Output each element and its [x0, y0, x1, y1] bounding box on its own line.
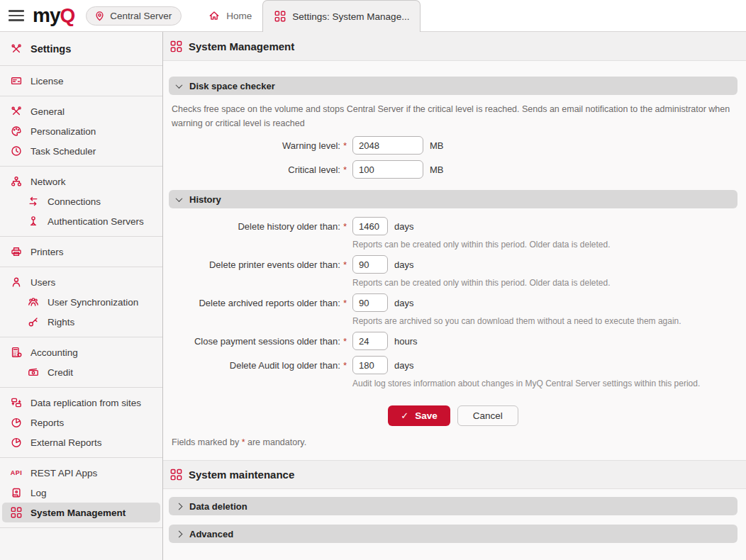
- section-title: History: [189, 194, 221, 205]
- delete-archived-reports-label: Delete archived reports older than:*: [169, 298, 347, 308]
- user-icon: [10, 276, 23, 288]
- sidebar-item-label: Credit: [48, 367, 73, 378]
- sidebar-item-authentication-servers[interactable]: Authentication Servers: [2, 211, 160, 231]
- sidebar-item-label: User Synchronization: [48, 297, 138, 308]
- logo-my: my: [33, 4, 60, 26]
- delete-printer-events-input[interactable]: [352, 255, 388, 274]
- sidebar-item-rest-api-apps[interactable]: API REST API Apps: [2, 463, 160, 483]
- delete-archived-reports-row: Delete archived reports older than:* day…: [169, 293, 737, 312]
- sidebar-title-label: Settings: [30, 43, 71, 55]
- grid-icon: [10, 507, 23, 518]
- required-asterisk: *: [343, 336, 347, 347]
- tab-settings-system-management[interactable]: Settings: System Manage...: [262, 0, 421, 32]
- sidebar-item-log[interactable]: Log: [2, 483, 160, 503]
- tools-icon: [10, 43, 23, 55]
- delete-history-help: Reports can be created only within this …: [352, 240, 737, 250]
- sidebar-divider: [0, 236, 162, 237]
- chevron-down-icon: [176, 195, 183, 202]
- grid-icon: [274, 11, 286, 22]
- sidebar-item-accounting[interactable]: Accounting: [2, 342, 160, 362]
- sidebar-item-label: Network: [30, 177, 66, 187]
- banknote-icon: [27, 366, 40, 378]
- sidebar-item-network[interactable]: Network: [2, 172, 160, 191]
- users-group-icon: [27, 296, 40, 308]
- delete-audit-log-label: Delete Audit log older than:*: [169, 360, 347, 371]
- sidebar-item-label: Data replication from sites: [30, 398, 141, 408]
- sidebar-divider: [0, 387, 162, 388]
- close-payment-sessions-row: Close payment sessions older than:* hour…: [169, 332, 737, 350]
- grid-icon: [169, 40, 182, 52]
- sidebar-item-user-synchronization[interactable]: User Synchronization: [2, 292, 160, 312]
- sidebar-divider: [0, 337, 162, 337]
- hamburger-menu-icon[interactable]: [9, 10, 24, 21]
- sidebar-item-data-replication[interactable]: Data replication from sites: [2, 393, 160, 413]
- sidebar-item-label: Personalization: [30, 126, 96, 137]
- critical-level-label: Critical level:*: [169, 164, 347, 175]
- sidebar-item-users[interactable]: Users: [2, 272, 160, 292]
- section-history[interactable]: History: [169, 190, 737, 208]
- section-advanced[interactable]: Advanced: [169, 525, 737, 543]
- system-maintenance-title: System maintenance: [189, 469, 294, 481]
- clock-icon: [10, 145, 23, 157]
- chevron-down-icon: [176, 82, 183, 89]
- top-bar: myQ Central Server Home Settings: System…: [0, 0, 746, 32]
- sidebar-item-reports[interactable]: Reports: [2, 413, 160, 432]
- sidebar-item-task-scheduler[interactable]: Task Scheduler: [2, 141, 160, 161]
- delete-history-unit: days: [394, 221, 413, 232]
- delete-history-row: Delete history older than:* days: [169, 217, 737, 235]
- required-asterisk: *: [343, 298, 347, 308]
- sidebar-item-label: Accounting: [30, 347, 78, 358]
- warning-level-input[interactable]: [352, 136, 423, 155]
- critical-level-input[interactable]: [352, 160, 423, 179]
- settings-form: Disk space checker Checks free space on …: [163, 61, 746, 460]
- save-button[interactable]: ✓Save: [388, 405, 450, 426]
- required-asterisk: *: [343, 164, 347, 175]
- tools-icon: [10, 106, 23, 117]
- sidebar-item-system-management[interactable]: System Management: [2, 503, 160, 522]
- sidebar-divider: [0, 96, 162, 96]
- grid-icon: [169, 469, 182, 481]
- sidebar-item-label: Connections: [48, 196, 101, 207]
- page-header: System Management: [163, 32, 746, 61]
- swap-arrows-icon: [27, 196, 40, 207]
- delete-audit-log-input[interactable]: [352, 356, 388, 374]
- sidebar-item-license[interactable]: License: [2, 71, 160, 91]
- tab-home[interactable]: Home: [197, 0, 262, 32]
- calculator-icon: [10, 347, 23, 358]
- warning-level-label: Warning level:*: [169, 140, 347, 151]
- delete-history-label: Delete history older than:*: [169, 221, 347, 232]
- delete-audit-log-help: Audit log stores information about chang…: [352, 379, 737, 388]
- myq-logo[interactable]: myQ: [33, 6, 74, 26]
- save-button-label: Save: [415, 410, 438, 421]
- printer-icon: [10, 246, 23, 257]
- delete-printer-events-unit: days: [394, 259, 413, 270]
- sidebar-item-connections[interactable]: Connections: [2, 191, 160, 211]
- section-data-deletion[interactable]: Data deletion: [169, 497, 737, 515]
- cancel-button[interactable]: Cancel: [457, 405, 518, 426]
- close-payment-sessions-input[interactable]: [352, 332, 388, 350]
- sidebar-item-general[interactable]: General: [2, 101, 160, 121]
- tab-home-label: Home: [226, 11, 252, 21]
- delete-printer-events-label: Delete printer events older than:*: [169, 259, 347, 270]
- delete-archived-reports-help: Reports are archived so you can download…: [352, 316, 737, 326]
- sidebar-divider: [0, 527, 162, 528]
- form-buttons: ✓Save Cancel: [169, 405, 737, 426]
- sidebar-item-credit[interactable]: Credit: [2, 362, 160, 382]
- delete-printer-events-help: Reports can be created only within this …: [352, 278, 737, 288]
- sidebar-item-personalization[interactable]: Personalization: [2, 121, 160, 141]
- sidebar-item-external-reports[interactable]: External Reports: [2, 432, 160, 452]
- sidebar-item-printers[interactable]: Printers: [2, 242, 160, 262]
- system-maintenance-header: System maintenance: [163, 460, 746, 489]
- delete-history-input[interactable]: [352, 217, 388, 235]
- sidebar-item-label: License: [30, 76, 64, 86]
- close-payment-sessions-label: Close payment sessions older than:*: [169, 336, 347, 347]
- section-title: Disk space checker: [189, 81, 275, 91]
- warning-level-unit: MB: [430, 140, 444, 151]
- delete-archived-reports-input[interactable]: [352, 293, 388, 312]
- server-selector-button[interactable]: Central Server: [86, 6, 182, 26]
- sidebar-item-rights[interactable]: Rights: [2, 312, 160, 332]
- license-card-icon: [10, 75, 23, 86]
- section-title: Data deletion: [189, 501, 247, 512]
- sidebar-item-label: General: [30, 106, 65, 117]
- section-disk-space-checker[interactable]: Disk space checker: [169, 77, 737, 95]
